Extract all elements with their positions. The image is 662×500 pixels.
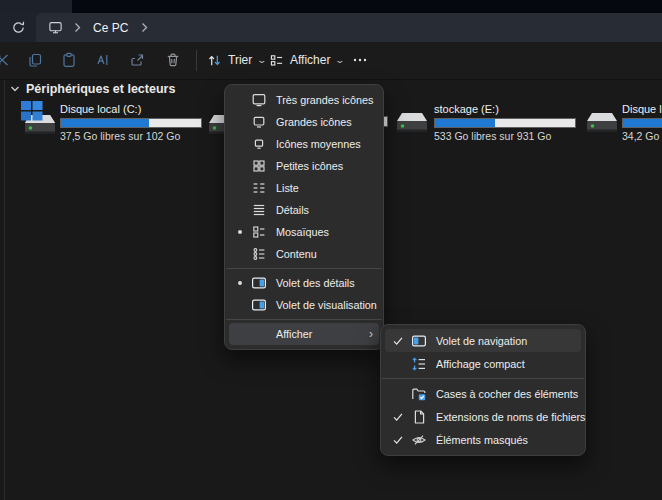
drive-usage-bar [60,118,202,128]
active-tab-partial[interactable] [0,0,72,13]
breadcrumb-chevron-icon[interactable] [74,22,81,33]
drive-e-icon [392,100,432,140]
submenu-item-affichage-compact[interactable]: Affichage compact [381,352,585,375]
view-button-label: Afficher [290,53,330,67]
drive-name: Disque loc [622,103,662,116]
submenu-item-elements-masques[interactable]: Éléments masqués [381,428,585,451]
content-view-icon [247,246,271,262]
tiles-view-icon [247,224,271,240]
sort-button-label: Trier [228,53,252,67]
drive-usage-fill [623,119,662,127]
menu-item-volet-des-details[interactable]: Volet des détails [225,272,383,294]
small-icons-icon [247,158,271,174]
selected-bullet [238,281,242,285]
refresh-button[interactable] [7,16,29,38]
details-pane-icon [247,275,271,291]
drive-tile-e[interactable]: stockage (E:) 533 Go libres sur 931 Go [392,100,576,142]
view-button[interactable]: Afficher ⌄ [263,46,350,74]
menu-item-contenu[interactable]: Contenu [225,243,383,265]
menu-item-liste[interactable]: Liste [225,177,383,199]
medium-icons-icon [247,136,271,152]
drive-name: Disque local (C:) [60,103,202,116]
section-header-label: Périphériques et lecteurs [26,82,175,96]
show-submenu: Volet de navigation Affichage compact Ca… [380,324,586,456]
submenu-item-volet-de-navigation[interactable]: Volet de navigation [385,329,581,352]
submenu-item-cases-a-cocher[interactable]: Cases à cocher des éléments [381,382,585,405]
windows-logo-icon [20,100,44,122]
menu-item-volet-de-visualisation[interactable]: Volet de visualisation [225,294,383,316]
file-explorer-window: Ce PC [0,0,662,500]
menu-item-details[interactable]: Détails [225,199,383,221]
drive-free-space: 37,5 Go libres sur 102 Go [60,130,202,142]
drive-free-space: 533 Go libres sur 931 Go [434,130,576,142]
section-header-devices[interactable]: Périphériques et lecteurs [10,82,175,96]
drive-usage-bar [434,118,576,128]
checkmark-icon [389,334,407,348]
view-layout-icon [269,53,284,68]
list-view-icon [247,180,271,196]
delete-button[interactable] [159,46,187,74]
menu-item-mosaiques[interactable]: Mosaïques [225,221,383,243]
menu-item-afficher-submenu[interactable]: Afficher › [229,323,379,345]
drive-c-icon [18,100,58,140]
trash-icon [165,52,181,68]
address-bar-row: Ce PC [0,13,662,42]
paste-icon [61,52,77,68]
details-view-icon [247,202,271,218]
share-icon [129,52,145,68]
compact-view-icon [407,356,431,372]
rename-icon [95,52,111,68]
pane-separator [4,80,5,500]
large-icons-icon [247,114,271,130]
hidden-items-eye-icon [407,432,431,448]
breadcrumb[interactable]: Ce PC [36,13,662,42]
breadcrumb-segment-ce-pc[interactable]: Ce PC [93,21,128,35]
view-context-menu: Très grandes icônes Grandes icônes Icône… [224,84,384,350]
drive-usage-fill [61,119,149,127]
checkmark-icon [389,410,407,424]
preview-pane-icon [247,297,271,313]
chevron-down-icon: ⌄ [335,55,346,65]
more-options-button[interactable] [346,46,374,74]
copy-icon [27,52,43,68]
selected-bullet [238,230,242,234]
drive-tile-c[interactable]: Disque local (C:) 37,5 Go libres sur 102… [18,100,202,142]
copy-button[interactable] [21,46,49,74]
drive-free-space: 34,2 Go lib [622,130,662,142]
sort-button[interactable]: Trier ⌄ [201,46,272,74]
menu-separator [226,319,382,320]
submenu-arrow-icon: › [369,328,373,340]
checkmark-icon [389,433,407,447]
drive-usage-bar [622,118,662,128]
share-button[interactable] [123,46,151,74]
ellipsis-icon [352,52,368,68]
menu-item-grandes-icones[interactable]: Grandes icônes [225,111,383,133]
item-checkboxes-icon [407,386,431,402]
command-toolbar: Trier ⌄ Afficher ⌄ [0,42,662,80]
tab-bar [0,0,662,13]
drive-icon [584,100,622,140]
this-pc-icon[interactable] [48,20,63,35]
rename-button[interactable] [89,46,117,74]
menu-separator [382,378,584,379]
paste-button[interactable] [55,46,83,74]
refresh-icon [11,20,26,35]
chevron-collapse-icon[interactable] [10,84,20,94]
sort-arrows-icon [207,53,222,68]
drive-usage-fill [435,119,495,127]
breadcrumb-chevron-icon[interactable] [141,22,148,33]
menu-item-icones-moyennes[interactable]: Icônes moyennes [225,133,383,155]
menu-item-tres-grandes-icones[interactable]: Très grandes icônes [225,89,383,111]
drive-tile-right[interactable]: Disque loc 34,2 Go lib [584,100,662,142]
file-document-icon [407,409,431,425]
toolbar-divider [196,50,197,71]
menu-item-petites-icones[interactable]: Petites icônes [225,155,383,177]
menu-separator [226,268,382,269]
scissors-icon [0,52,10,68]
drive-name: stockage (E:) [434,103,576,116]
navigation-pane-icon [407,333,431,349]
cut-button[interactable] [0,46,16,74]
submenu-item-extensions-fichiers[interactable]: Extensions de noms de fichiers [381,405,585,428]
extra-large-icons-icon [247,92,271,108]
